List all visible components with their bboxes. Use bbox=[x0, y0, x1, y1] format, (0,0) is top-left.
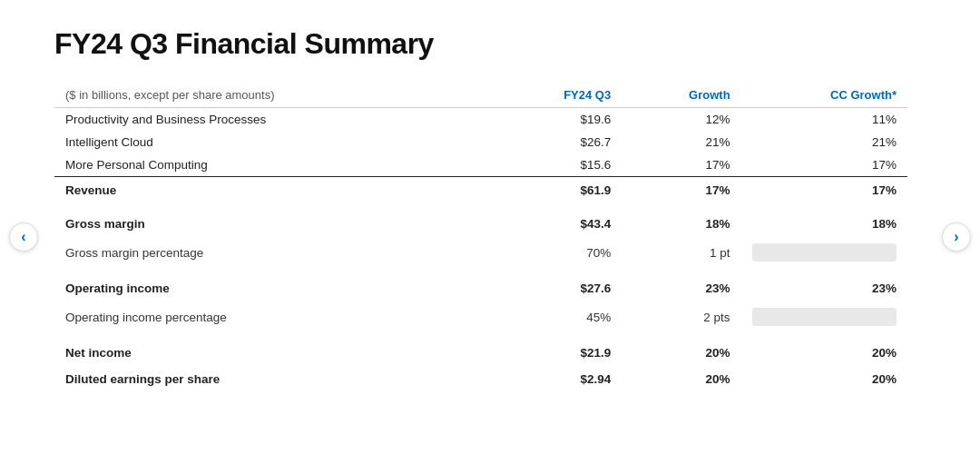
col-header-growth: Growth bbox=[622, 83, 740, 108]
operating-income-pct-label: Operating income percentage bbox=[54, 301, 491, 332]
operating-income-label: Operating income bbox=[54, 275, 491, 301]
segment-fy24q3: $19.6 bbox=[491, 108, 622, 132]
diluted-eps-growth: 20% bbox=[622, 366, 740, 392]
segment-label: Intelligent Cloud bbox=[54, 131, 491, 153]
revenue-fy24q3: $61.9 bbox=[491, 177, 622, 204]
operating-income-pct-cc-growth bbox=[741, 301, 907, 332]
operating-income-row: Operating income $27.6 23% 23% bbox=[54, 275, 907, 301]
right-chevron-icon: › bbox=[954, 229, 958, 245]
operating-income-pct-fy24q3: 45% bbox=[491, 301, 622, 332]
gross-margin-pct-cc-growth bbox=[741, 237, 907, 268]
segment-cc-growth: 11% bbox=[741, 108, 907, 132]
net-income-row: Net income $21.9 20% 20% bbox=[54, 340, 907, 366]
segment-cc-growth: 17% bbox=[741, 153, 907, 177]
operating-income-cc-growth: 23% bbox=[741, 275, 907, 301]
revenue-growth: 17% bbox=[622, 177, 740, 204]
gross-margin-cc-growth: 18% bbox=[741, 211, 907, 237]
table-row: More Personal Computing $15.6 17% 17% bbox=[54, 153, 907, 177]
spacer-row bbox=[54, 203, 907, 211]
segment-growth: 21% bbox=[622, 131, 740, 153]
col-header-label: ($ in billions, except per share amounts… bbox=[54, 83, 491, 108]
net-income-growth: 20% bbox=[622, 340, 740, 366]
net-income-label: Net income bbox=[54, 340, 491, 366]
financial-table-container: ($ in billions, except per share amounts… bbox=[54, 83, 907, 392]
operating-income-growth: 23% bbox=[622, 275, 740, 301]
spacer-row bbox=[54, 332, 907, 340]
gross-margin-growth: 18% bbox=[622, 211, 740, 237]
diluted-eps-label: Diluted earnings per share bbox=[54, 366, 491, 392]
page-title: FY24 Q3 Financial Summary bbox=[54, 27, 907, 61]
revenue-row: Revenue $61.9 17% 17% bbox=[54, 177, 907, 204]
diluted-eps-row: Diluted earnings per share $2.94 20% 20% bbox=[54, 366, 907, 392]
table-row: Productivity and Business Processes $19.… bbox=[54, 108, 907, 132]
segment-growth: 12% bbox=[622, 108, 740, 132]
gross-margin-pct-fy24q3: 70% bbox=[491, 237, 622, 268]
financial-table: ($ in billions, except per share amounts… bbox=[54, 83, 907, 392]
gross-margin-pct-growth: 1 pt bbox=[622, 237, 740, 268]
prev-arrow[interactable]: ‹ bbox=[9, 222, 38, 252]
segment-label: More Personal Computing bbox=[54, 153, 491, 177]
col-header-fy24q3: FY24 Q3 bbox=[491, 83, 622, 108]
spacer-row bbox=[54, 268, 907, 275]
segment-fy24q3: $15.6 bbox=[491, 153, 622, 177]
left-chevron-icon: ‹ bbox=[21, 229, 25, 245]
gross-margin-fy24q3: $43.4 bbox=[491, 211, 622, 237]
operating-income-fy24q3: $27.6 bbox=[491, 275, 622, 301]
diluted-eps-fy24q3: $2.94 bbox=[491, 366, 622, 392]
segment-growth: 17% bbox=[622, 153, 740, 177]
col-header-cc-growth: CC Growth* bbox=[741, 83, 907, 108]
segment-fy24q3: $26.7 bbox=[491, 131, 622, 153]
gross-margin-pct-label: Gross margin percentage bbox=[54, 237, 491, 268]
gross-margin-row: Gross margin $43.4 18% 18% bbox=[54, 211, 907, 237]
diluted-eps-cc-growth: 20% bbox=[741, 366, 907, 392]
gross-margin-label: Gross margin bbox=[54, 211, 491, 237]
table-row: Intelligent Cloud $26.7 21% 21% bbox=[54, 131, 907, 153]
net-income-fy24q3: $21.9 bbox=[491, 340, 622, 366]
segment-label: Productivity and Business Processes bbox=[54, 108, 491, 132]
operating-income-pct-growth: 2 pts bbox=[622, 301, 740, 332]
next-arrow[interactable]: › bbox=[942, 222, 971, 252]
segment-cc-growth: 21% bbox=[741, 131, 907, 153]
page-wrapper: ‹ › FY24 Q3 Financial Summary ($ in bill… bbox=[0, 0, 980, 474]
gross-margin-pct-row: Gross margin percentage 70% 1 pt bbox=[54, 237, 907, 268]
revenue-cc-growth: 17% bbox=[741, 177, 907, 204]
operating-income-pct-row: Operating income percentage 45% 2 pts bbox=[54, 301, 907, 332]
revenue-label: Revenue bbox=[54, 177, 491, 204]
net-income-cc-growth: 20% bbox=[741, 340, 907, 366]
